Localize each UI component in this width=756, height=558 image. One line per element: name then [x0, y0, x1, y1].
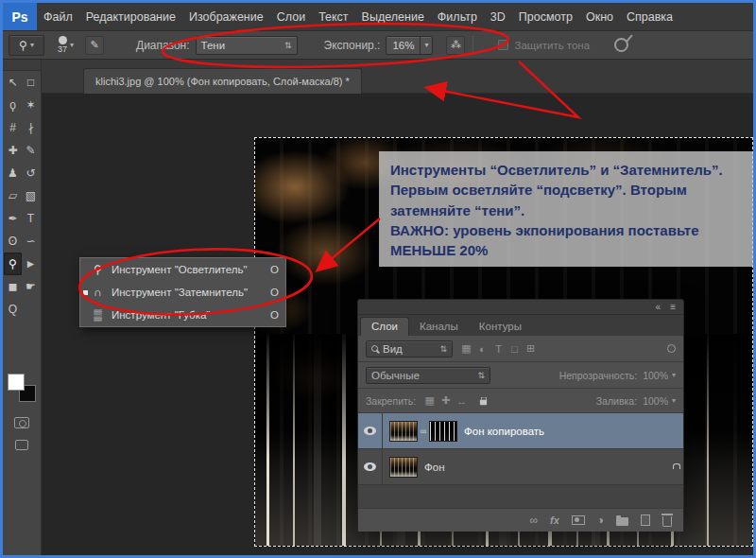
opacity-control[interactable]: 100% ▾ [643, 370, 676, 381]
flyout-tool-label: Инструмент "Затемнитель" [112, 287, 261, 298]
mask-link-icon [418, 427, 429, 436]
filter-type-icon[interactable]: ⊞ [523, 341, 539, 357]
foreground-color-swatch[interactable] [8, 374, 25, 391]
chevron-down-icon[interactable]: ▾ [420, 37, 432, 54]
flyout-shortcut: O [270, 309, 279, 321]
history-brush-tool[interactable]: ↺ [22, 162, 40, 184]
move-tool[interactable]: ↖ [4, 71, 22, 94]
exposure-combo[interactable]: 16% ▾ [386, 36, 433, 55]
new-group-icon[interactable] [616, 515, 628, 526]
menu-bar: Ps ФайлРедактированиеИзображениеСлоиТекс… [3, 3, 753, 31]
healing-brush-tool[interactable]: ✚ [4, 139, 22, 162]
flyout-tool-icon: ∩ [90, 286, 106, 299]
link-layers-icon[interactable]: ∞ [529, 514, 538, 527]
blend-mode-select[interactable]: Обычные ⇅ [366, 367, 490, 384]
lock-option-icon[interactable]: ↔ [454, 393, 470, 409]
eraser-tool[interactable]: ▱ [4, 184, 22, 207]
photoshop-logo: Ps [3, 3, 37, 30]
tool-icon: ✶ [26, 99, 35, 111]
smudge-tool[interactable]: ∽ [22, 230, 40, 253]
pressure-toggle-icon[interactable] [614, 38, 628, 52]
layer-row[interactable]: Фон копировать [358, 413, 683, 449]
zoom-tool[interactable]: Q [4, 298, 22, 321]
layer-mask-thumbnail[interactable] [429, 421, 457, 442]
document-title: klichi3.jpg @ 100% (Фон копировать, Слой… [95, 76, 350, 87]
layer-row[interactable]: Фон [358, 449, 683, 485]
layer-filter-select[interactable]: Вид ⇅ [366, 340, 453, 357]
protect-tones-option: Защитить тона [498, 40, 590, 51]
toolbar-header[interactable] [3, 60, 41, 71]
protect-tones-checkbox[interactable] [498, 40, 508, 50]
filter-type-icon[interactable]: □ [507, 341, 523, 357]
new-layer-icon[interactable] [641, 514, 650, 526]
blur-tool[interactable]: ʘ [4, 230, 22, 253]
brush-panel-toggle[interactable]: ✎ [85, 36, 104, 55]
type-tool[interactable]: T [22, 207, 40, 230]
airbrush-toggle[interactable]: ⁂ [446, 36, 465, 55]
hand-tool[interactable]: ☛ [22, 275, 40, 298]
menu-item[interactable]: Просмотр [512, 3, 579, 31]
screen-mode-button[interactable] [15, 440, 28, 450]
quick-selection-tool[interactable]: ✶ [22, 94, 40, 116]
layer-name: Фон копировать [464, 426, 544, 437]
pen-tool[interactable]: ✒ [4, 207, 22, 230]
panel-tab[interactable]: Слои [360, 317, 409, 336]
tool-icon: ∽ [26, 235, 35, 247]
flyout-item[interactable]: ∩ Инструмент "Затемнитель" O [80, 281, 285, 304]
brush-size-picker[interactable]: 37 ▾ [58, 36, 74, 54]
menu-item[interactable]: Изображение [182, 3, 270, 31]
layer-thumbnail[interactable] [389, 457, 418, 478]
color-swatches [8, 374, 36, 402]
gradient-tool[interactable]: ▧ [22, 184, 40, 207]
tool-preset-picker[interactable]: ⚲ ▾ [9, 35, 44, 56]
layer-style-icon[interactable]: fx [550, 514, 559, 526]
dodge-tool[interactable]: ⚲ [4, 253, 22, 275]
exposure-value: 16% [387, 37, 420, 54]
flyout-item[interactable]: ▒ Инструмент "Губка" O [80, 304, 285, 326]
menu-item[interactable]: Файл [37, 3, 79, 31]
layers-panel: « ≡ СлоиКаналыКонтуры Вид ⇅ ▦◐T□⊞ Обы [357, 299, 684, 532]
menu-item[interactable]: Окно [579, 3, 620, 31]
fill-control[interactable]: 100% ▾ [643, 395, 676, 407]
filter-type-icon[interactable]: T [490, 341, 507, 357]
add-mask-icon[interactable] [572, 515, 585, 525]
flyout-item[interactable]: ⚲ Инструмент "Осветлитель" O [80, 258, 285, 281]
filter-type-icon[interactable]: ◐ [474, 341, 490, 357]
path-selection-tool[interactable]: ► [22, 253, 40, 275]
menu-item[interactable]: 3D [484, 3, 512, 31]
shape-tool[interactable]: ◼ [4, 275, 22, 298]
menu-item[interactable]: Справка [620, 3, 679, 31]
lock-option-icon[interactable]: ✚ [438, 393, 454, 409]
filter-switch-icon[interactable] [667, 344, 676, 353]
tool-icon: ► [26, 258, 37, 270]
panel-tab[interactable]: Контуры [469, 318, 532, 336]
crop-tool[interactable]: # [4, 116, 22, 139]
menu-item[interactable]: Слои [270, 3, 312, 31]
visibility-toggle[interactable] [358, 413, 383, 448]
menu-item[interactable]: Фильтр [431, 3, 484, 31]
delete-layer-icon[interactable] [662, 514, 672, 527]
eyedropper-tool[interactable]: ∤ [22, 116, 40, 139]
updown-arrows-icon: ⇅ [439, 344, 447, 354]
lock-row: Закрепить: ▦✚↔ Заливка: 100% ▾ [358, 389, 683, 413]
chevron-down-icon: ▾ [672, 371, 676, 379]
filter-type-icon[interactable]: ▦ [458, 341, 474, 357]
menu-item[interactable]: Редактирование [79, 3, 182, 31]
adjustment-layer-icon[interactable]: ◑ [597, 514, 604, 527]
clone-stamp-tool[interactable]: ♟ [4, 162, 22, 184]
lasso-tool[interactable]: ϙ [4, 94, 22, 116]
range-select[interactable]: Тени ⇅ [196, 36, 298, 55]
quick-mask-button[interactable] [14, 417, 29, 428]
panel-tab[interactable]: Каналы [409, 318, 469, 336]
menu-item[interactable]: Текст [312, 3, 354, 31]
collapse-panel-icon[interactable]: « [656, 302, 662, 312]
lock-all-icon[interactable] [475, 393, 491, 409]
marquee-tool[interactable]: □ [22, 71, 40, 94]
menu-item[interactable]: Выделение [355, 3, 431, 31]
visibility-toggle[interactable] [358, 449, 383, 484]
brush-tool[interactable]: ✎ [22, 139, 40, 162]
document-tab[interactable]: klichi3.jpg @ 100% (Фон копировать, Слой… [83, 68, 362, 94]
panel-menu-icon[interactable]: ≡ [670, 302, 676, 312]
layer-thumbnail[interactable] [389, 421, 418, 442]
lock-option-icon[interactable]: ▦ [421, 393, 438, 409]
